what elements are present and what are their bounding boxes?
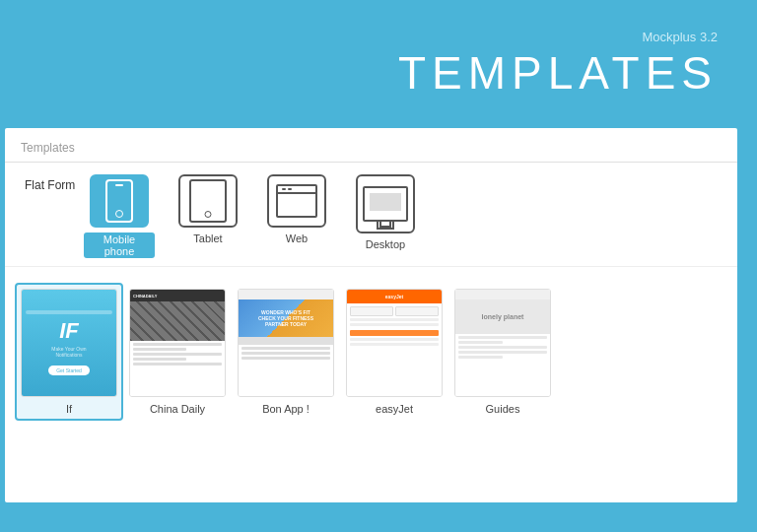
mobile-phone-icon-wrap xyxy=(90,174,149,228)
guides-line-1 xyxy=(458,336,547,339)
easyjet-line-3 xyxy=(350,338,439,341)
easyjet-row-1 xyxy=(350,306,439,316)
template-easyjet[interactable]: easyJet xyxy=(340,283,448,421)
tablet-label: Tablet xyxy=(193,233,222,244)
main-panel: Templates Flat Form Mobile phone Tablet xyxy=(5,128,737,502)
desktop-stand xyxy=(379,220,391,228)
web-icon-wrap xyxy=(267,174,326,228)
guides-line-2 xyxy=(458,341,503,344)
desktop-icon-wrap xyxy=(356,174,415,233)
template-bon-app-name: Bon App ! xyxy=(262,403,310,415)
panel-header: Templates xyxy=(5,128,737,163)
templates-section: IF Make Your OwnNotifications Get Starte… xyxy=(5,266,737,431)
easyjet-logo: easyJet xyxy=(385,294,403,299)
tablet-icon xyxy=(189,179,227,223)
easyjet-box-2 xyxy=(395,306,439,316)
tablet-icon-wrap xyxy=(178,174,238,228)
template-china-daily[interactable]: CHINADAILY China Daily xyxy=(123,283,232,421)
china-daily-line-5 xyxy=(133,363,222,366)
china-daily-line-4 xyxy=(133,358,186,361)
if-button: Get Started xyxy=(48,366,90,375)
desktop-label: Desktop xyxy=(366,238,405,250)
desktop-screen xyxy=(370,193,401,211)
device-mobile-phone[interactable]: Mobile phone xyxy=(84,174,155,258)
easyjet-line-4 xyxy=(350,343,439,346)
bon-app-line-3 xyxy=(241,357,330,360)
china-daily-line-2 xyxy=(133,348,186,351)
bon-app-content xyxy=(239,345,333,396)
easyjet-box-1 xyxy=(350,306,393,316)
panel-header-label: Templates xyxy=(21,141,75,155)
page-title: TEMPLATES xyxy=(398,46,718,100)
template-guides[interactable]: lonely planet Guides xyxy=(448,283,557,421)
guides-header xyxy=(455,290,550,299)
device-desktop[interactable]: Desktop xyxy=(350,174,421,250)
template-guides-preview: lonely planet xyxy=(454,289,551,397)
mobile-phone-icon xyxy=(105,179,133,223)
bon-app-hero-title: WONDER WHO'S FITCHECK YOUR FITNESSPARTNE… xyxy=(258,309,313,327)
web-label: Web xyxy=(286,233,308,244)
bon-app-line-2 xyxy=(241,352,330,355)
device-web[interactable]: Web xyxy=(261,174,332,244)
bon-app-hero: WONDER WHO'S FITCHECK YOUR FITNESSPARTNE… xyxy=(239,299,333,337)
easyjet-header: easyJet xyxy=(347,290,442,303)
device-icons-group: Mobile phone Tablet Web xyxy=(84,170,421,258)
easyjet-content xyxy=(347,303,442,396)
easyjet-line-2 xyxy=(350,323,439,326)
bon-app-header xyxy=(239,290,333,299)
template-china-daily-preview: CHINADAILY xyxy=(129,289,226,397)
china-daily-content xyxy=(130,341,225,396)
template-bon-app[interactable]: WONDER WHO'S FITCHECK YOUR FITNESSPARTNE… xyxy=(232,283,340,421)
guides-line-4 xyxy=(458,351,547,354)
easyjet-line-1 xyxy=(350,318,439,321)
guides-hero-text: lonely planet xyxy=(482,313,524,320)
template-bon-app-inner: WONDER WHO'S FITCHECK YOUR FITNESSPARTNE… xyxy=(239,290,333,396)
template-if-name: If xyxy=(66,403,72,415)
china-daily-line-1 xyxy=(133,343,222,346)
china-daily-logo: CHINADAILY xyxy=(133,294,157,299)
app-version: Mockplus 3.2 xyxy=(642,30,718,44)
template-china-daily-name: China Daily xyxy=(150,403,205,415)
template-easyjet-inner: easyJet xyxy=(347,290,442,396)
bon-app-line-1 xyxy=(241,347,330,350)
bon-app-nav xyxy=(239,337,333,345)
guides-line-3 xyxy=(458,346,547,349)
device-tablet[interactable]: Tablet xyxy=(172,174,243,244)
template-easyjet-name: easyJet xyxy=(376,403,413,415)
template-easyjet-preview: easyJet xyxy=(346,289,443,397)
template-if[interactable]: IF Make Your OwnNotifications Get Starte… xyxy=(15,283,123,421)
easyjet-orange-bar xyxy=(350,330,439,336)
template-bon-app-preview: WONDER WHO'S FITCHECK YOUR FITNESSPARTNE… xyxy=(238,289,334,397)
template-if-preview-inner: IF Make Your OwnNotifications Get Starte… xyxy=(22,290,116,396)
guides-line-5 xyxy=(458,356,503,359)
desktop-icon xyxy=(363,186,408,222)
if-logo: IF xyxy=(59,318,79,344)
template-guides-name: Guides xyxy=(486,403,520,415)
if-tagline: Make Your OwnNotifications xyxy=(51,346,86,358)
flat-form-label: Flat Form xyxy=(15,170,84,192)
header: Mockplus 3.2 TEMPLATES xyxy=(0,0,757,128)
china-daily-header: CHINADAILY xyxy=(130,290,225,301)
template-guides-inner: lonely planet xyxy=(455,290,550,396)
china-daily-line-3 xyxy=(133,353,222,356)
template-if-preview: IF Make Your OwnNotifications Get Starte… xyxy=(21,289,117,397)
if-top-bar xyxy=(26,310,112,314)
china-daily-image xyxy=(130,301,225,341)
mobile-phone-label: Mobile phone xyxy=(84,233,155,258)
guides-hero: lonely planet xyxy=(455,299,550,334)
device-section: Flat Form Mobile phone Tablet xyxy=(5,163,737,266)
web-icon xyxy=(276,184,317,218)
guides-content xyxy=(455,334,550,396)
templates-grid: IF Make Your OwnNotifications Get Starte… xyxy=(5,273,737,431)
template-china-daily-inner: CHINADAILY xyxy=(130,290,225,396)
